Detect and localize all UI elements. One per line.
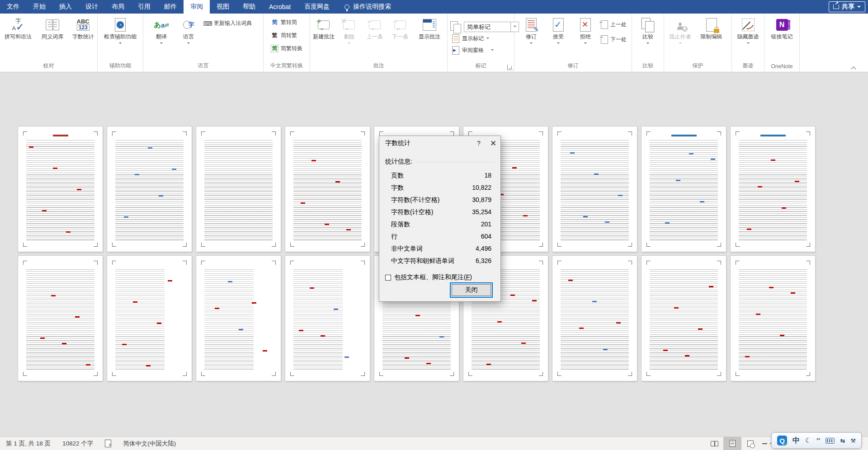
page-thumbnail[interactable]	[552, 127, 637, 252]
next-change-icon: →	[601, 35, 608, 44]
crop-mark	[450, 372, 454, 376]
ime-logo-icon[interactable]: Q	[777, 436, 787, 445]
close-icon[interactable]: ✕	[486, 136, 500, 150]
update-ime-dictionary-button[interactable]: ⌨ 更新输入法词典	[202, 19, 254, 28]
hide-ink-button[interactable]: 隐藏墨迹	[735, 15, 762, 58]
previous-change-button[interactable]: ← 上一处	[599, 19, 628, 30]
reject-button[interactable]: ✕ 拒绝	[572, 15, 599, 58]
page-thumbnail[interactable]	[18, 256, 103, 381]
delete-comment-button: ✕ 删除	[336, 15, 362, 58]
menu-bar: 文件 开始 插入 设计 布局 引用 邮件 审阅 视图 帮助 Acrobat 百度…	[0, 0, 868, 14]
crop-mark	[23, 261, 27, 265]
proofing-status[interactable]: x	[99, 440, 117, 447]
tab-layout[interactable]: 布局	[105, 0, 131, 14]
tab-review[interactable]: 审阅	[184, 0, 210, 14]
accept-button[interactable]: ✓ 接受	[545, 15, 572, 58]
restrict-editing-button[interactable]: 限制编辑	[694, 15, 729, 58]
page-thumbnail[interactable]	[196, 127, 281, 252]
tab-design[interactable]: 设计	[79, 0, 105, 14]
display-for-review-dropdown[interactable]: 简单标记	[464, 22, 519, 32]
ime-keyboard-icon[interactable]	[826, 438, 835, 444]
tab-baidu-netdisk[interactable]: 百度网盘	[297, 0, 336, 14]
ime-chinese-mode-button[interactable]: 中	[793, 436, 800, 445]
close-button[interactable]: 关闭	[450, 282, 493, 298]
page-thumbnail[interactable]	[552, 256, 637, 381]
ime-fullwidth-moon-icon[interactable]: ☾	[805, 436, 811, 445]
crop-mark	[736, 261, 740, 265]
help-icon[interactable]: ?	[472, 136, 486, 150]
zoom-out-button[interactable]	[762, 443, 767, 444]
crop-mark	[23, 372, 27, 376]
tracked-change-mark	[311, 160, 316, 161]
print-layout-icon	[730, 440, 736, 447]
show-comments-button[interactable]: 显示批注	[413, 15, 446, 58]
tab-references[interactable]: 引用	[131, 0, 157, 14]
page-thumbnail[interactable]	[18, 127, 103, 252]
web-layout-button[interactable]	[741, 437, 760, 450]
tab-help[interactable]: 帮助	[236, 0, 262, 14]
translate-button[interactable]: あa⇄ 翻译	[148, 15, 175, 58]
ime-switch-icon[interactable]: ⇆	[840, 437, 845, 444]
simplified-to-traditional-button[interactable]: 繁 简转繁	[269, 31, 304, 40]
tell-me-search[interactable]: 操作说明搜索	[344, 0, 391, 14]
tracked-change-mark	[239, 329, 243, 330]
page-thumbnail[interactable]	[731, 127, 815, 252]
page-text-content	[115, 269, 165, 370]
read-mode-button[interactable]	[705, 437, 723, 450]
compare-button[interactable]: 比较	[634, 15, 661, 58]
ime-punctuation-button[interactable]: °’	[816, 437, 820, 444]
page-thumbnail[interactable]	[642, 256, 726, 381]
tracked-change-mark	[346, 229, 351, 230]
page-thumbnail[interactable]	[285, 127, 370, 252]
tab-home[interactable]: 开始	[26, 0, 52, 14]
page-thumbnail[interactable]	[107, 127, 192, 252]
language-button[interactable]: 字 语言	[175, 15, 202, 58]
page-thumbnail[interactable]	[107, 256, 192, 381]
tab-mailings[interactable]: 邮件	[157, 0, 184, 14]
page-thumbnail[interactable]	[196, 256, 281, 381]
spelling-grammar-button[interactable]: 字A✓ 拼写和语法	[1, 15, 35, 58]
tab-file[interactable]: 文件	[0, 0, 26, 14]
chevron-down-icon	[187, 42, 190, 45]
convert-button[interactable]: 简 简繁转换	[269, 44, 304, 53]
tracking-dialog-launcher[interactable]	[507, 65, 513, 70]
linked-notes-button[interactable]: N 链接笔记	[769, 15, 796, 58]
track-changes-button[interactable]: ✎ 修订	[518, 15, 545, 58]
thesaurus-button[interactable]: 同义词库	[35, 15, 70, 58]
include-textboxes-checkbox[interactable]	[385, 275, 391, 281]
page-text-content	[650, 269, 718, 370]
check-accessibility-button[interactable]: ◔ 检查辅助功能	[103, 15, 138, 58]
show-markup-button[interactable]: 显示标记	[450, 33, 491, 45]
word-count-button[interactable]: ABC123 字数统计	[70, 15, 96, 58]
page-number-indicator[interactable]: 第 1 页, 共 18 页	[0, 440, 57, 448]
previous-comment-icon: ←	[369, 20, 381, 29]
next-change-button[interactable]: → 下一处	[599, 34, 628, 45]
page-thumbnail[interactable]	[731, 256, 815, 381]
new-comment-button[interactable]: ＋ 新建批注	[311, 15, 336, 58]
tab-view[interactable]: 视图	[210, 0, 236, 14]
ime-wrench-icon[interactable]: ⚒	[850, 437, 856, 444]
reviewing-pane-button[interactable]: 审阅窗格	[450, 45, 495, 56]
tracked-change-mark	[66, 231, 71, 233]
crop-mark	[646, 261, 651, 265]
dialog-titlebar[interactable]: 字数统计 ? ✕	[379, 136, 500, 150]
collapse-ribbon-button[interactable]	[852, 66, 856, 68]
word-count-indicator[interactable]: 10822 个字	[57, 440, 99, 448]
tracked-change-mark	[795, 181, 799, 182]
language-indicator[interactable]: 简体中文(中国大陆)	[117, 440, 182, 448]
tracked-change-mark	[497, 321, 502, 323]
page-thumbnail[interactable]	[285, 256, 370, 381]
tracked-change-mark	[709, 286, 713, 287]
tracked-change-mark	[676, 180, 680, 181]
hide-ink-icon	[742, 19, 755, 31]
stat-row-lines: 行604	[379, 230, 500, 243]
tab-insert[interactable]: 插入	[52, 0, 79, 14]
share-button[interactable]: 共享	[829, 1, 865, 12]
word-count-icon: ABC123	[75, 17, 91, 33]
page-thumbnail[interactable]	[642, 127, 726, 252]
tracked-change-mark	[53, 168, 57, 169]
print-layout-button[interactable]	[723, 437, 741, 450]
traditional-to-simplified-button[interactable]: 简 繁转简	[269, 18, 304, 27]
tab-acrobat[interactable]: Acrobat	[262, 0, 297, 14]
crop-mark	[717, 261, 721, 265]
